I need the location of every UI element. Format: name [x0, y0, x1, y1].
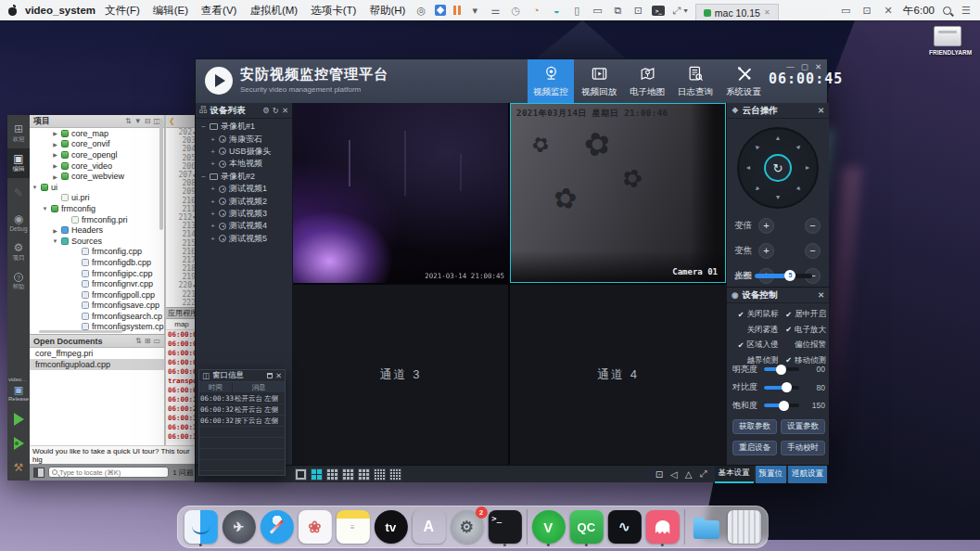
button-手动校时[interactable]: 手动校时 [781, 441, 825, 455]
menubar-app-name[interactable]: video_system [25, 5, 95, 16]
ptz-arrow-icon[interactable]: ▲ [804, 163, 813, 173]
vmware-icon[interactable] [435, 5, 446, 16]
menubar-menu[interactable]: 帮助(H) [367, 4, 407, 18]
tree-item[interactable]: ▶Headers [30, 224, 164, 236]
button-获取参数[interactable]: 获取参数 [732, 419, 777, 434]
minus-button[interactable]: − [805, 243, 821, 259]
layout-8-icon[interactable] [342, 468, 354, 481]
layout-9-icon[interactable] [358, 468, 370, 481]
dock-item-qc[interactable]: QC [569, 510, 603, 544]
tree-item[interactable]: ▶core_map [30, 128, 164, 139]
mode-帮助[interactable]: ?帮助 [7, 267, 30, 297]
dock-item-launchpad[interactable]: ✈ [222, 510, 255, 544]
dock-item-terminal[interactable]: >_ [488, 510, 521, 544]
nav-日志查询[interactable]: 日志查询 [672, 59, 719, 103]
tab-巡航设置[interactable]: 巡航设置 [788, 466, 827, 483]
tree-item[interactable]: frmconfig.pri [30, 214, 164, 225]
tree-vscrollbar[interactable] [159, 119, 163, 230]
slider-饱和度[interactable] [764, 404, 799, 407]
device-tree-item[interactable]: +测试视频4 [196, 220, 292, 232]
tree-item[interactable]: ▼frmconfig [30, 203, 164, 214]
plus-button[interactable]: + [758, 243, 774, 259]
device-tree-item[interactable]: +USB摄像头 [196, 146, 292, 158]
control-center-icon[interactable]: ☰ [960, 5, 973, 17]
filter-icon[interactable]: ▼ [134, 117, 142, 125]
checkbox-关闭雾透[interactable]: 关闭雾透 [731, 325, 779, 336]
nav-电子地图[interactable]: 电子地图 [624, 59, 670, 103]
sidebar-toggle-icon[interactable] [33, 468, 45, 478]
nav-系统设置[interactable]: 系统设置 [720, 59, 767, 103]
layout-1-icon[interactable] [295, 468, 307, 481]
tree-item[interactable]: ▶core_opengl [30, 149, 164, 160]
dock-item-app-store[interactable]: A [412, 510, 445, 544]
dock-item-trash[interactable] [727, 510, 760, 544]
device-tree-item[interactable]: +海康萤石 [196, 133, 292, 145]
audio-icon[interactable]: ◁ [670, 469, 678, 480]
sync-icon[interactable]: ⇅ [125, 117, 132, 125]
nav-视频监控[interactable]: 视频监控 [528, 59, 574, 103]
vm-tab-close-icon[interactable]: ✕ [764, 8, 770, 17]
checkbox-偏位报警[interactable]: 偏位报警 [779, 340, 827, 351]
back-icon[interactable]: ❮ [169, 117, 175, 125]
device-tree-item[interactable]: +测试视频3 [196, 208, 292, 220]
pause-icon[interactable] [453, 6, 461, 15]
step-slider[interactable]: 5 [755, 274, 812, 278]
checkbox-居中开启[interactable]: ✔居中开启 [779, 309, 827, 320]
checkbox-区域入侵[interactable]: ✔区域入侵 [731, 340, 779, 351]
minus-button[interactable]: − [805, 218, 821, 234]
tree-item[interactable]: frmconfigpoll.cpp [30, 289, 164, 301]
layout-16-icon[interactable] [389, 468, 401, 481]
checkbox-电子放大[interactable]: ✔电子放大 [779, 325, 827, 336]
run-debug-button[interactable] [14, 437, 24, 450]
tree-item[interactable]: frmconfigsave.cpp [30, 301, 164, 312]
tree-item[interactable]: ▶core_webview [30, 171, 164, 182]
pane-icon[interactable]: ▯ [570, 5, 583, 17]
menubar-menu[interactable]: 选项卡(T) [309, 4, 358, 18]
layout-6-icon[interactable] [326, 468, 338, 481]
tree-item[interactable]: ▼ui [30, 182, 164, 193]
dock-item-settings[interactable]: ⚙2 [450, 510, 483, 544]
desktop-disk[interactable]: FRIENDLYARM [929, 26, 966, 56]
slider-对比度[interactable] [764, 386, 799, 390]
dock-item-tv[interactable]: tv [374, 510, 407, 544]
mode-Debug[interactable]: ◉Debug [7, 208, 30, 237]
fullscreen-icon[interactable]: ⤢ [700, 468, 707, 480]
vm-minimize-icon[interactable]: ▭ [839, 5, 852, 17]
ptz-arrow-icon[interactable]: ▲ [773, 194, 783, 203]
panel-icon[interactable]: ▭ [591, 5, 604, 17]
layout-4-icon[interactable] [311, 468, 323, 481]
tree-item[interactable]: frmconfigipc.cpp [30, 268, 164, 279]
dock-item-green-v[interactable]: V [531, 510, 565, 544]
video-cell-4[interactable]: 通道 4 [510, 285, 726, 465]
add-icon[interactable]: ⊞ [145, 337, 151, 345]
window-info-header[interactable]: ◫ 窗口信息 ✕ [199, 370, 285, 382]
slider-handle[interactable] [776, 365, 786, 375]
menubar-menu[interactable]: 虚拟机(M) [248, 4, 299, 18]
tree-item[interactable]: frmconfigsearch.cp [30, 311, 164, 322]
video-cell-1[interactable]: 2021-03-14 21:00:45 [293, 103, 508, 283]
search-icon[interactable] [943, 6, 951, 15]
close-icon[interactable]: ✕ [815, 62, 821, 71]
dock-item-downloads[interactable] [689, 510, 722, 544]
close-icon[interactable]: ✕ [818, 290, 824, 300]
tree-item[interactable]: ▼Sources [30, 236, 164, 247]
button-重启设备[interactable]: 重启设备 [732, 441, 777, 455]
dock-item-notes[interactable]: ≡ [336, 510, 369, 544]
layout-13-icon[interactable] [374, 468, 386, 481]
menubar-menu[interactable]: 查看(V) [199, 4, 238, 18]
tree-item[interactable]: ▶core_onvif [30, 139, 164, 150]
device-tree-item[interactable]: +测试视频5 [196, 233, 292, 245]
run-button[interactable] [14, 413, 24, 426]
tree-item[interactable]: frmconfigdb.cpp [30, 257, 164, 268]
chat-icon[interactable]: ◒ [550, 5, 563, 16]
minimize-icon[interactable]: — [786, 62, 795, 71]
close-icon[interactable]: ✕ [818, 106, 824, 115]
vm-tab[interactable]: mac 10.15✕ [695, 4, 779, 20]
gear-icon[interactable]: ⚙ [262, 106, 270, 115]
video-cell-3[interactable]: 通道 3 [293, 285, 508, 465]
device-tree-item[interactable]: +测试视频2 [196, 195, 292, 207]
pause-dropdown-icon[interactable]: ▾ [468, 5, 481, 17]
close-icon[interactable]: ✕ [282, 106, 288, 115]
plus-button[interactable]: + [758, 218, 774, 234]
nav-视频回放[interactable]: 视频回放 [576, 59, 622, 103]
